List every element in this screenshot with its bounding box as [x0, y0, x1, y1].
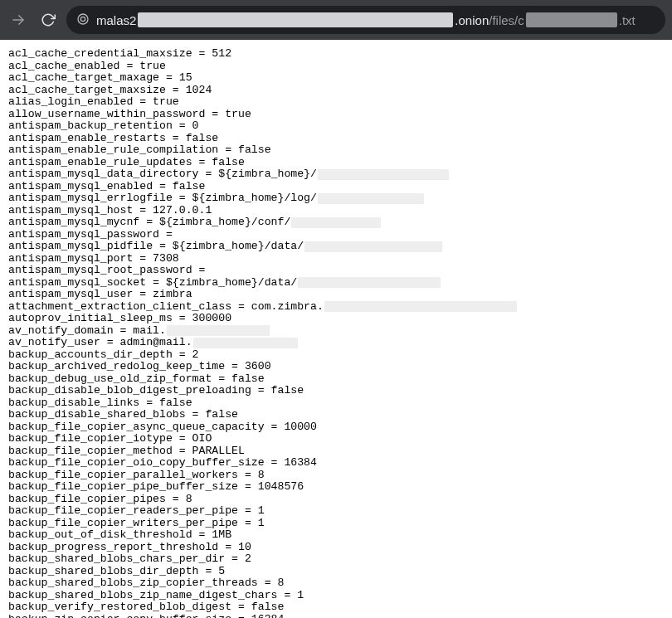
config-line: antispam_mysql_host = 127.0.0.1 — [8, 205, 664, 217]
redacted-segment — [298, 277, 441, 288]
config-text: backup_out_of_disk_threshold = 1MB — [8, 529, 231, 542]
config-text: backup_file_copier_async_queue_capacity … — [8, 421, 317, 434]
url-onion-tld: .onion — [455, 13, 489, 27]
config-text: antispam_backup_retention = 0 — [8, 120, 199, 133]
config-line: backup_file_copier_method = PARALLEL — [8, 445, 664, 458]
config-line: av_notify_domain = mail. — [8, 325, 664, 338]
config-line: allow_username_within_password = true — [8, 109, 664, 121]
config-text: backup_file_copier_iotype = OIO — [8, 433, 212, 445]
config-line: backup_shared_blobs_dir_depth = 5 — [8, 566, 664, 578]
config-line: av_notify_user = admin@mail. — [8, 337, 664, 349]
config-line: backup_debug_use_old_zip_format = false — [8, 373, 664, 386]
config-line: alias_login_enabled = true — [8, 96, 664, 109]
config-line: antispam_mysql_enabled = false — [8, 181, 664, 193]
config-text: backup_debug_use_old_zip_format = false — [8, 373, 265, 386]
config-text: backup_disable_links = false — [8, 397, 192, 410]
config-line: backup_disable_links = false — [8, 397, 664, 410]
config-line: acl_cache_credential_maxsize = 512 — [8, 48, 664, 61]
config-text: antispam_mysql_enabled = false — [8, 181, 205, 193]
config-line: antispam_enable_restarts = false — [8, 133, 664, 145]
config-text: backup_accounts_dir_depth = 2 — [8, 349, 199, 362]
config-text: antispam_enable_restarts = false — [8, 133, 218, 145]
config-text: backup_file_copier_writers_per_pipe = 1 — [8, 518, 265, 530]
config-text: backup_verify_restored_blob_digest = fal… — [8, 601, 284, 614]
config-line: autoprov_initial_sleep_ms = 300000 — [8, 313, 664, 325]
config-file-content: acl_cache_credential_maxsize = 512acl_ca… — [0, 40, 672, 618]
url-prefix: malas2 — [96, 13, 136, 27]
site-identity-icon[interactable] — [76, 12, 90, 28]
config-line: backup_shared_blobs_zip_copier_threads =… — [8, 577, 664, 590]
redacted-segment — [318, 169, 449, 180]
config-line: antispam_mysql_data_directory = ${zimbra… — [8, 168, 664, 181]
config-text: backup_shared_blobs_zip_copier_threads =… — [8, 577, 284, 590]
config-text: acl_cache_target_maxage = 15 — [8, 72, 192, 85]
config-text: antispam_mysql_port = 7308 — [8, 253, 179, 265]
config-text: backup_progress_report_threshold = 10 — [8, 542, 251, 554]
config-text: backup_archived_redolog_keep_time = 3600 — [8, 361, 271, 373]
url-redacted-segment — [138, 12, 453, 27]
config-line: backup_accounts_dir_depth = 2 — [8, 349, 664, 362]
browser-toolbar: malas2 .onion /files/c .txt — [0, 0, 672, 40]
config-text: alias_login_enabled = true — [8, 96, 179, 109]
config-text: antispam_mysql_root_password = — [8, 265, 205, 277]
svg-point-1 — [78, 14, 88, 24]
config-line: backup_file_copier_oio_copy_buffer_size … — [8, 457, 664, 470]
config-line: backup_archived_redolog_keep_time = 3600 — [8, 361, 664, 373]
config-line: antispam_mysql_user = zimbra — [8, 289, 664, 301]
config-line: antispam_mysql_errlogfile = ${zimbra_hom… — [8, 192, 664, 205]
config-text: antispam_mysql_user = zimbra — [8, 289, 192, 301]
config-text: autoprov_initial_sleep_ms = 300000 — [8, 313, 231, 325]
config-line: antispam_mysql_port = 7308 — [8, 253, 664, 265]
config-text: backup_disable_shared_blobs = false — [8, 409, 238, 421]
reload-button[interactable] — [37, 8, 60, 32]
url-ext: .txt — [619, 13, 635, 27]
config-text: backup_file_copier_parallel_workers = 8 — [8, 470, 265, 482]
config-line: backup_disable_blob_digest_preloading = … — [8, 385, 664, 397]
config-text: av_notify_domain = mail. — [8, 325, 166, 338]
url-display: malas2 .onion /files/c .txt — [96, 12, 655, 27]
config-text: backup_file_copier_readers_per_pipe = 1 — [8, 505, 265, 518]
redacted-segment — [167, 325, 270, 336]
config-text: antispam_mysql_password = — [8, 229, 173, 241]
reload-icon — [41, 12, 56, 27]
redacted-segment — [304, 241, 442, 252]
config-line: antispam_enable_rule_updates = false — [8, 157, 664, 169]
config-line: backup_file_copier_parallel_workers = 8 — [8, 470, 664, 482]
config-text: backup_shared_blobs_dir_depth = 5 — [8, 566, 225, 578]
config-line: backup_file_copier_writers_per_pipe = 1 — [8, 518, 664, 530]
config-line: backup_file_copier_async_queue_capacity … — [8, 421, 664, 434]
config-line: antispam_mysql_root_password = — [8, 265, 664, 277]
config-line: acl_cache_enabled = true — [8, 61, 664, 73]
config-line: backup_file_copier_iotype = OIO — [8, 433, 664, 445]
forward-button[interactable] — [7, 8, 30, 32]
config-text: antispam_mysql_mycnf = ${zimbra_home}/co… — [8, 217, 290, 229]
config-text: antispam_mysql_errlogfile = ${zimbra_hom… — [8, 192, 317, 205]
config-text: antispam_mysql_pidfile = ${zimbra_home}/… — [8, 241, 304, 253]
config-text: attachment_extraction_client_class = com… — [8, 301, 324, 314]
config-text: antispam_enable_rule_updates = false — [8, 157, 245, 169]
config-line: acl_cache_target_maxsize = 1024 — [8, 85, 664, 97]
arrow-right-icon — [11, 12, 26, 27]
config-text: antispam_mysql_data_directory = ${zimbra… — [8, 168, 317, 181]
url-path: /files/c — [489, 13, 524, 27]
redacted-segment — [324, 301, 517, 312]
address-bar[interactable]: malas2 .onion /files/c .txt — [66, 6, 665, 34]
config-line: antispam_mysql_mycnf = ${zimbra_home}/co… — [8, 217, 664, 229]
config-text: allow_username_within_password = true — [8, 109, 251, 121]
config-line: backup_file_copier_pipes = 8 — [8, 494, 664, 506]
config-line: acl_cache_target_maxage = 15 — [8, 72, 664, 85]
config-line: antispam_mysql_socket = ${zimbra_home}/d… — [8, 277, 664, 290]
config-line: antispam_mysql_pidfile = ${zimbra_home}/… — [8, 241, 664, 253]
config-text: av_notify_user = admin@mail. — [8, 337, 192, 349]
config-line: backup_verify_restored_blob_digest = fal… — [8, 601, 664, 614]
config-line: backup_shared_blobs_chars_per_dir = 2 — [8, 553, 664, 566]
config-text: backup_shared_blobs_zip_name_digest_char… — [8, 590, 304, 602]
config-line: backup_shared_blobs_zip_name_digest_char… — [8, 590, 664, 602]
config-text: antispam_enable_rule_compilation = false — [8, 144, 271, 157]
config-text: antispam_mysql_host = 127.0.0.1 — [8, 205, 212, 217]
redacted-segment — [291, 217, 381, 228]
config-text: acl_cache_enabled = true — [8, 61, 166, 73]
config-line: antispam_mysql_password = — [8, 229, 664, 241]
config-line: backup_disable_shared_blobs = false — [8, 409, 664, 421]
config-line: backup_out_of_disk_threshold = 1MB — [8, 529, 664, 542]
